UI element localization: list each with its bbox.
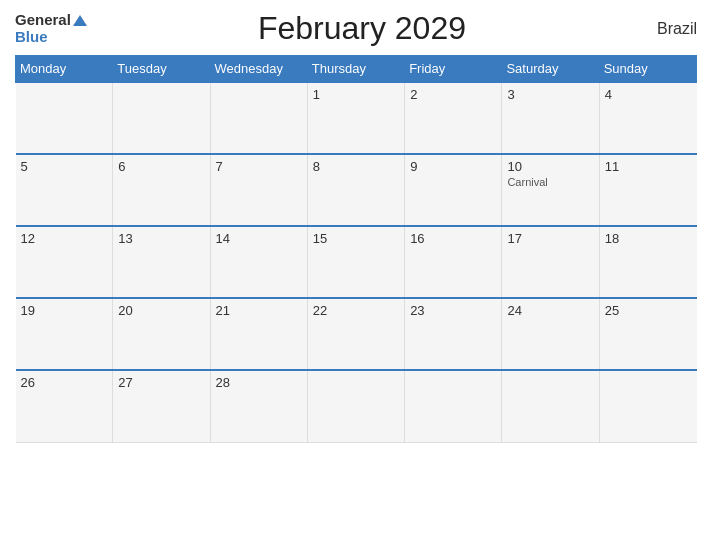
day-number: 5 — [21, 159, 108, 174]
day-cell: 11 — [599, 154, 696, 226]
day-number: 27 — [118, 375, 204, 390]
day-number: 7 — [216, 159, 302, 174]
day-number: 25 — [605, 303, 692, 318]
calendar-container: General Blue February 2029 Brazil Monday… — [0, 0, 712, 550]
day-cell: 19 — [16, 298, 113, 370]
event-label: Carnival — [507, 176, 593, 188]
day-number: 20 — [118, 303, 204, 318]
logo-blue-text: Blue — [15, 28, 48, 45]
day-number: 21 — [216, 303, 302, 318]
logo: General Blue — [15, 12, 87, 45]
day-number: 9 — [410, 159, 496, 174]
week-row-2: 12131415161718 — [16, 226, 697, 298]
day-number: 19 — [21, 303, 108, 318]
day-cell: 25 — [599, 298, 696, 370]
day-number: 15 — [313, 231, 399, 246]
day-cell: 4 — [599, 82, 696, 154]
day-cell: 26 — [16, 370, 113, 442]
day-cell: 20 — [113, 298, 210, 370]
day-number: 24 — [507, 303, 593, 318]
day-number: 18 — [605, 231, 692, 246]
day-number: 16 — [410, 231, 496, 246]
calendar-table: Monday Tuesday Wednesday Thursday Friday… — [15, 55, 697, 443]
week-row-3: 19202122232425 — [16, 298, 697, 370]
day-number: 2 — [410, 87, 496, 102]
col-friday: Friday — [405, 56, 502, 83]
col-monday: Monday — [16, 56, 113, 83]
day-cell: 5 — [16, 154, 113, 226]
day-cell: 12 — [16, 226, 113, 298]
day-cell: 21 — [210, 298, 307, 370]
day-number: 14 — [216, 231, 302, 246]
day-cell: 17 — [502, 226, 599, 298]
day-cell — [599, 370, 696, 442]
day-number: 1 — [313, 87, 399, 102]
day-cell: 15 — [307, 226, 404, 298]
day-cell: 3 — [502, 82, 599, 154]
day-cell: 18 — [599, 226, 696, 298]
day-number: 22 — [313, 303, 399, 318]
day-cell: 24 — [502, 298, 599, 370]
day-number: 12 — [21, 231, 108, 246]
day-number: 8 — [313, 159, 399, 174]
day-number: 11 — [605, 159, 692, 174]
day-cell — [210, 82, 307, 154]
day-cell: 8 — [307, 154, 404, 226]
day-number: 3 — [507, 87, 593, 102]
day-cell — [113, 82, 210, 154]
col-tuesday: Tuesday — [113, 56, 210, 83]
day-number: 17 — [507, 231, 593, 246]
day-cell — [405, 370, 502, 442]
day-cell — [307, 370, 404, 442]
col-wednesday: Wednesday — [210, 56, 307, 83]
day-number: 28 — [216, 375, 302, 390]
day-number: 26 — [21, 375, 108, 390]
day-cell: 23 — [405, 298, 502, 370]
day-number: 6 — [118, 159, 204, 174]
month-title: February 2029 — [87, 10, 637, 47]
week-row-1: 5678910Carnival11 — [16, 154, 697, 226]
week-row-4: 262728 — [16, 370, 697, 442]
logo-general-text: General — [15, 12, 71, 29]
day-cell: 13 — [113, 226, 210, 298]
day-cell: 6 — [113, 154, 210, 226]
day-number: 10 — [507, 159, 593, 174]
day-cell: 22 — [307, 298, 404, 370]
day-cell: 28 — [210, 370, 307, 442]
day-cell: 16 — [405, 226, 502, 298]
day-cell: 2 — [405, 82, 502, 154]
day-cell: 1 — [307, 82, 404, 154]
day-cell: 14 — [210, 226, 307, 298]
day-cell — [502, 370, 599, 442]
day-number: 13 — [118, 231, 204, 246]
logo-triangle-icon — [73, 15, 87, 26]
day-cell — [16, 82, 113, 154]
day-cell: 7 — [210, 154, 307, 226]
day-number: 4 — [605, 87, 692, 102]
day-number: 23 — [410, 303, 496, 318]
col-thursday: Thursday — [307, 56, 404, 83]
week-row-0: 1234 — [16, 82, 697, 154]
weekday-header-row: Monday Tuesday Wednesday Thursday Friday… — [16, 56, 697, 83]
col-saturday: Saturday — [502, 56, 599, 83]
calendar-header: General Blue February 2029 Brazil — [15, 10, 697, 47]
col-sunday: Sunday — [599, 56, 696, 83]
day-cell: 27 — [113, 370, 210, 442]
country-label: Brazil — [637, 20, 697, 38]
day-cell: 10Carnival — [502, 154, 599, 226]
day-cell: 9 — [405, 154, 502, 226]
